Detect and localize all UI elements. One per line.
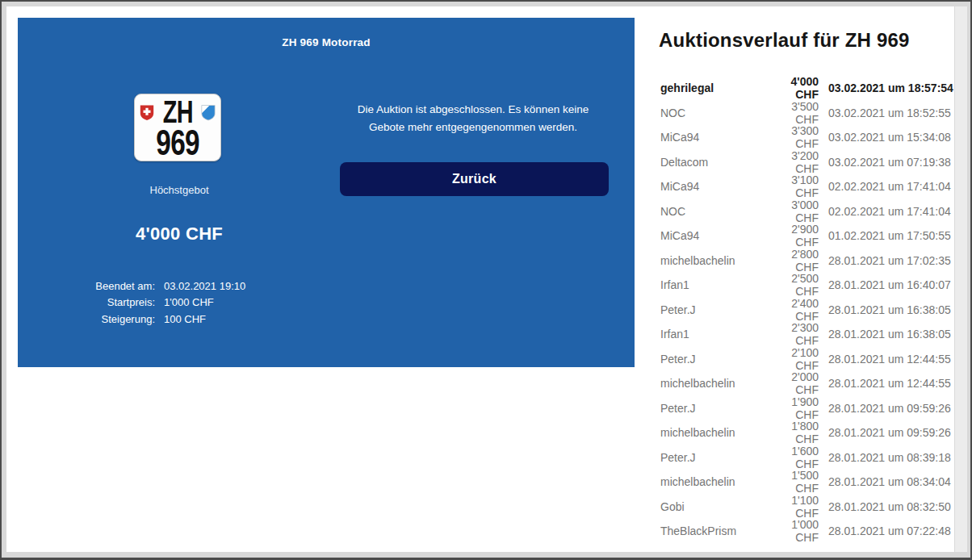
bid-row-bidder: NOC [660,205,756,218]
auction-closed-message-line2: Gebote mehr entgegengenommen werden. [325,119,622,136]
bid-row-time: 01.02.2021 um 17:50:55 [828,229,961,242]
bid-row-amount: 2'400 CHF [765,297,819,323]
zurich-crest-icon [201,104,216,121]
bid-row-bidder: MiCa94 [660,131,756,144]
auction-panel: ZH 969 Motorrad ZH [18,18,635,367]
bid-row: Gobi 1'100 CHF 28.01.2021 um 08:32:50 [660,494,961,519]
bid-list: gehrilegal 4'000 CHF 03.02.2021 um 18:57… [660,75,961,543]
bid-row-amount: 1'000 CHF [765,518,819,544]
bid-row-bidder: michelbachelin [660,254,756,267]
bid-row-amount: 3'300 CHF [765,124,819,150]
bid-row: TheBlackPrism 1'000 CHF 28.01.2021 um 07… [660,518,961,543]
bid-row-bidder: Deltacom [660,156,756,169]
bid-row-time: 28.01.2021 um 12:44:55 [828,377,961,390]
auction-history-title: Auktionsverlauf für ZH 969 [659,29,949,52]
bid-row-time: 28.01.2021 um 08:32:50 [828,500,961,513]
bid-row-time: 03.02.2021 um 15:34:08 [828,131,961,144]
bid-row-time: 02.02.2021 um 17:41:04 [828,180,961,193]
bid-row-amount: 4'000 CHF [765,75,819,101]
bid-row-time: 28.01.2021 um 17:02:35 [828,254,961,267]
bid-row-bidder: michelbachelin [660,475,756,488]
bid-row: michelbachelin 2'800 CHF 28.01.2021 um 1… [660,248,961,273]
bid-row-bidder: MiCa94 [660,229,756,242]
ended-value: 03.02.2021 19:10 [164,280,245,292]
bid-row-time: 28.01.2021 um 07:22:48 [828,524,961,537]
bid-row-time: 03.02.2021 um 07:19:38 [828,156,961,169]
bid-row: NOC 3'500 CHF 03.02.2021 um 18:52:55 [660,100,961,125]
bid-row-time: 28.01.2021 um 09:59:26 [828,426,961,439]
bid-row-amount: 3'200 CHF [765,149,819,175]
bid-row-bidder: Irfan1 [660,328,756,341]
bid-row-bidder: TheBlackPrism [660,524,756,537]
bid-row-time: 28.01.2021 um 12:44:55 [828,353,961,366]
bid-row-time: 28.01.2021 um 16:40:07 [828,278,961,291]
auction-closed-message-line1: Die Auktion ist abgeschlossen. Es können… [325,101,622,119]
bid-row-bidder: Peter.J [660,402,756,415]
bid-row: Deltacom 3'200 CHF 03.02.2021 um 07:19:3… [660,149,961,174]
bid-row-bidder: Irfan1 [660,278,756,291]
bid-row-time: 02.02.2021 um 17:41:04 [828,205,961,218]
bid-row: michelbachelin 1'800 CHF 28.01.2021 um 0… [660,420,961,445]
auction-window: ZH 969 Motorrad ZH [0,0,972,560]
bid-row-bidder: Peter.J [660,303,756,316]
bid-row-bidder: Peter.J [660,353,756,366]
bid-row-amount: 1'900 CHF [765,395,819,421]
ended-label: Beendet am: [18,280,155,292]
bid-row-amount: 2'500 CHF [765,272,819,298]
bid-row: MiCa94 2'900 CHF 01.02.2021 um 17:50:55 [660,223,961,248]
swiss-flag-icon [140,104,154,121]
auction-closed-message: Die Auktion ist abgeschlossen. Es können… [325,101,622,136]
bid-row-time: 28.01.2021 um 08:39:18 [828,451,961,464]
increment-label: Steigerung: [18,313,155,325]
bid-row: NOC 3'000 CHF 02.02.2021 um 17:41:04 [660,199,961,224]
bid-row: michelbachelin 2'000 CHF 28.01.2021 um 1… [660,370,961,395]
bid-row: michelbachelin 1'500 CHF 28.01.2021 um 0… [660,469,961,494]
bid-row-bidder: Gobi [660,500,756,513]
bid-row-amount: 2'300 CHF [765,321,819,347]
bid-row-amount: 1'500 CHF [765,469,819,495]
vertical-scrollbar[interactable] [954,6,967,552]
startprice-value: 1'000 CHF [164,296,214,308]
bid-row: MiCa94 3'100 CHF 02.02.2021 um 17:41:04 [660,173,961,199]
bid-row-time: 28.01.2021 um 16:38:05 [828,303,961,316]
bid-row: Peter.J 2'100 CHF 28.01.2021 um 12:44:55 [660,346,961,371]
highest-bid-value: 4'000 CHF [18,224,341,244]
detail-row-startprice: Startpreis: 1'000 CHF [18,295,341,311]
bid-row-time: 28.01.2021 um 08:34:04 [828,475,961,488]
bid-row-amount: 1'600 CHF [765,445,819,470]
bid-row-amount: 1'100 CHF [765,494,819,520]
license-plate: ZH 969 [134,94,221,161]
bid-row: Peter.J 1'900 CHF 28.01.2021 um 09:59:26 [660,395,961,420]
bid-row-time: 03.02.2021 um 18:52:55 [828,107,961,119]
detail-row-ended: Beendet am: 03.02.2021 19:10 [18,278,341,295]
bid-row-bidder: michelbachelin [660,426,756,439]
bid-row-time: 03.02.2021 um 18:57:54 [828,81,961,94]
bid-row-time: 28.01.2021 um 16:38:05 [828,328,961,341]
bid-row-amount: 3'100 CHF [765,173,819,199]
bid-row-amount: 3'500 CHF [765,100,819,126]
bid-row-bidder: MiCa94 [660,180,756,193]
page-content: ZH 969 Motorrad ZH [6,6,954,552]
auction-title: ZH 969 Motorrad [18,36,635,48]
bid-row-amount: 2'900 CHF [765,223,819,249]
increment-value: 100 CHF [164,313,206,325]
back-button[interactable]: Zurück [340,162,609,196]
bid-row: Irfan1 2'300 CHF 28.01.2021 um 16:38:05 [660,321,961,346]
bid-row-amount: 3'000 CHF [765,199,819,224]
bid-row-amount: 2'000 CHF [765,370,819,396]
bid-row-time: 28.01.2021 um 09:59:26 [828,402,961,415]
bid-row-amount: 2'800 CHF [765,248,819,274]
bid-row: gehrilegal 4'000 CHF 03.02.2021 um 18:57… [660,75,961,100]
bid-row-amount: 2'100 CHF [765,346,819,372]
bid-row: Irfan1 2'500 CHF 28.01.2021 um 16:40:07 [660,272,961,297]
auction-details: Beendet am: 03.02.2021 19:10 Startpreis:… [18,278,341,328]
bid-row: Peter.J 2'400 CHF 28.01.2021 um 16:38:05 [660,297,961,322]
bid-row-bidder: NOC [660,107,756,119]
bid-row: MiCa94 3'300 CHF 03.02.2021 um 15:34:08 [660,124,961,149]
bid-row-bidder: michelbachelin [660,377,756,390]
highest-bid-label: Höchstgebot [18,184,341,196]
bid-row-bidder: gehrilegal [660,81,756,94]
startprice-label: Startpreis: [18,296,155,308]
bid-row: Peter.J 1'600 CHF 28.01.2021 um 08:39:18 [660,445,961,470]
detail-row-increment: Steigerung: 100 CHF [18,311,341,328]
